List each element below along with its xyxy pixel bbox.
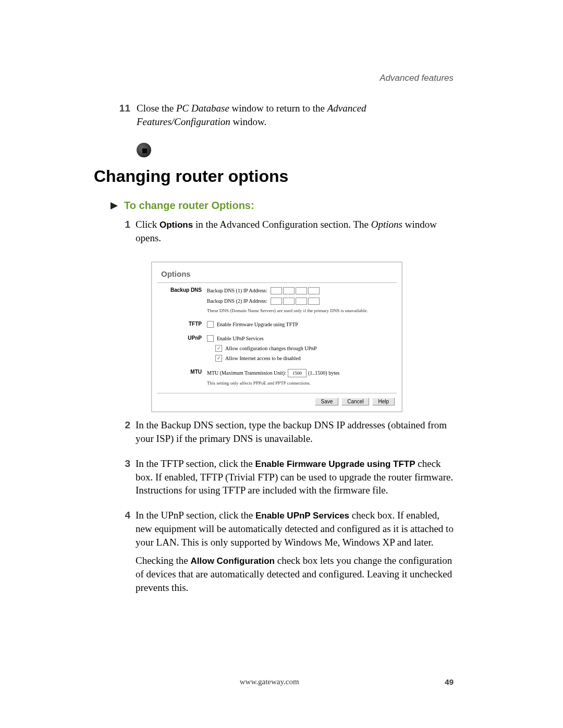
text: Checking the bbox=[136, 555, 191, 566]
text-bold: Enable Firmware Upgrade using TFTP bbox=[255, 459, 415, 469]
mtu-input[interactable]: 1500 bbox=[288, 369, 307, 377]
ip-octet-input[interactable] bbox=[283, 287, 295, 294]
text: window to return to the bbox=[229, 103, 327, 114]
step-number: 1 bbox=[94, 218, 136, 250]
step-body: In the Backup DNS section, type the back… bbox=[136, 418, 454, 450]
ip-octet-input[interactable] bbox=[296, 287, 307, 294]
checkbox-label: Enable UPnP Services bbox=[217, 336, 264, 341]
row-mtu: MTU MTU (Maximum Transmission Unit): 150… bbox=[157, 365, 397, 389]
row-backup-dns: Backup DNS Backup DNS (1) IP Address: Ba… bbox=[157, 283, 397, 317]
row-label: MTU bbox=[157, 369, 207, 389]
step-body: In the UPnP section, click the Enable UP… bbox=[136, 509, 454, 599]
list-item: 1 Click Options in the Advanced Configur… bbox=[94, 218, 454, 250]
checkbox-label: Enable Firmware Upgrade using TFTP bbox=[217, 322, 298, 327]
text: window. bbox=[230, 116, 267, 127]
list-item: 2 In the Backup DNS section, type the ba… bbox=[94, 418, 454, 450]
panel-body: Backup DNS Backup DNS (1) IP Address: Ba… bbox=[157, 282, 397, 394]
step-number: 4 bbox=[94, 509, 136, 599]
options-panel: Options Backup DNS Backup DNS (1) IP Add… bbox=[151, 262, 402, 413]
subheading: To change router Options: bbox=[124, 200, 254, 212]
ip-input-group[interactable] bbox=[271, 287, 320, 294]
footer-url: www.gateway.com bbox=[94, 677, 445, 686]
ip-octet-input[interactable] bbox=[271, 298, 282, 305]
checkbox[interactable] bbox=[207, 335, 214, 342]
ip-octet-input[interactable] bbox=[296, 298, 307, 305]
text: in the Advanced Configuration section. T… bbox=[193, 219, 371, 230]
text: In the TFTP section, click the bbox=[136, 458, 255, 469]
note-text: These DNS (Domain Name Servers) are used… bbox=[207, 308, 397, 314]
checkbox[interactable] bbox=[215, 355, 222, 362]
row-label: TFTP bbox=[157, 321, 207, 331]
help-button[interactable]: Help bbox=[372, 398, 395, 405]
ip-octet-input[interactable] bbox=[271, 287, 282, 294]
row-label: Backup DNS bbox=[157, 287, 207, 317]
save-button[interactable]: Save bbox=[315, 398, 338, 405]
section-end-icon bbox=[137, 143, 151, 157]
text-bold: Enable UPnP Services bbox=[255, 511, 349, 521]
field-label: Backup DNS (1) IP Address: bbox=[207, 288, 267, 293]
row-tftp: TFTP Enable Firmware Upgrade using TFTP bbox=[157, 317, 397, 331]
step-body: In the TFTP section, click the Enable Fi… bbox=[136, 457, 454, 502]
checkbox[interactable] bbox=[207, 321, 214, 328]
step-number: 3 bbox=[94, 457, 136, 502]
list-item: 3 In the TFTP section, click the Enable … bbox=[94, 457, 454, 502]
text-bold: Options bbox=[160, 220, 193, 230]
field-hint: (1..1500) bytes bbox=[308, 370, 339, 376]
numbered-list: 1 Click Options in the Advanced Configur… bbox=[94, 218, 454, 599]
field-label: MTU (Maximum Transmission Unit): bbox=[207, 370, 286, 376]
svg-marker-0 bbox=[111, 202, 118, 209]
ip-octet-input[interactable] bbox=[308, 287, 320, 294]
row-label: UPnP bbox=[157, 335, 207, 365]
field-label: Backup DNS (2) IP Address: bbox=[207, 298, 267, 304]
step-11: 11 Close the PC Database window to retur… bbox=[94, 102, 454, 128]
text-em: Options bbox=[371, 219, 402, 230]
step-number: 11 bbox=[94, 102, 137, 128]
step-number: 2 bbox=[94, 418, 136, 450]
panel-title: Options bbox=[152, 262, 402, 279]
play-icon bbox=[109, 201, 119, 211]
ip-octet-input[interactable] bbox=[283, 298, 295, 305]
checkbox[interactable] bbox=[215, 345, 222, 352]
row-upnp: UPnP Enable UPnP Services Allow configur… bbox=[157, 331, 397, 365]
page-number: 49 bbox=[445, 677, 454, 686]
text: Click bbox=[136, 219, 160, 230]
text: In the UPnP section, click the bbox=[136, 510, 255, 521]
panel-button-row: Save Cancel Help bbox=[152, 393, 402, 412]
text-bold: Allow Configuration bbox=[191, 556, 275, 566]
page-title: Changing router options bbox=[94, 167, 454, 186]
cancel-button[interactable]: Cancel bbox=[341, 398, 369, 405]
checkbox-label: Allow Internet access to be disabled bbox=[225, 355, 301, 361]
page-footer: www.gateway.com 49 bbox=[94, 677, 454, 686]
text: In the Backup DNS section, type the back… bbox=[136, 418, 454, 445]
running-head: Advanced features bbox=[380, 73, 454, 83]
subheading-row: To change router Options: bbox=[109, 200, 454, 212]
page: Advanced features 11 Close the PC Databa… bbox=[0, 0, 563, 728]
step-body: Close the PC Database window to return t… bbox=[137, 102, 454, 128]
note-text: This setting only affects PPPoE and PPTP… bbox=[207, 380, 397, 386]
ip-octet-input[interactable] bbox=[308, 298, 320, 305]
text-em: PC Database bbox=[176, 103, 229, 114]
checkbox-label: Allow configuration changes through UPnP bbox=[225, 346, 317, 351]
step-body: Click Options in the Advanced Configurat… bbox=[136, 218, 454, 250]
list-item: 4 In the UPnP section, click the Enable … bbox=[94, 509, 454, 599]
text: Close the bbox=[137, 103, 176, 114]
ip-input-group[interactable] bbox=[271, 298, 320, 305]
